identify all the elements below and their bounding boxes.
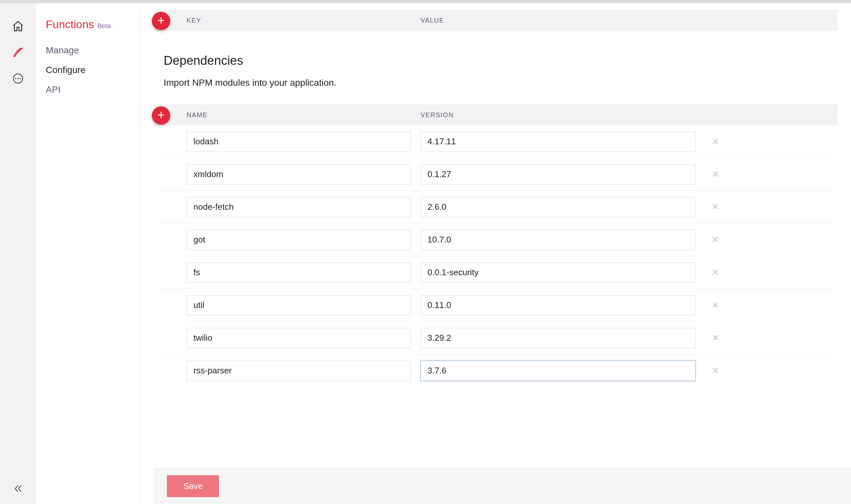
dependencies-description: Import NPM modules into your application… — [164, 77, 838, 88]
main-content: + KEY VALUE Dependencies Import NPM modu… — [141, 3, 851, 504]
dependency-name-input[interactable] — [186, 131, 411, 152]
remove-dependency-button[interactable]: ✕ — [711, 365, 719, 376]
add-env-var-button[interactable]: + — [152, 12, 170, 30]
dependency-name-input[interactable] — [186, 230, 411, 250]
svg-point-1 — [15, 78, 16, 79]
sidebar-item-api[interactable]: API — [36, 80, 140, 100]
dependency-row: ✕ — [154, 256, 838, 289]
dependency-name-input[interactable] — [186, 328, 411, 348]
env-vars-header: KEY VALUE — [154, 10, 838, 31]
sidebar-title-text: Functions — [46, 18, 94, 31]
remove-dependency-button[interactable]: ✕ — [711, 300, 719, 310]
ellipsis-circle-icon — [13, 73, 23, 84]
env-col-value: VALUE — [421, 17, 799, 24]
remove-dependency-button[interactable]: ✕ — [711, 332, 719, 343]
dep-col-name: NAME — [154, 111, 421, 119]
dependencies-title: Dependencies — [164, 54, 838, 68]
dep-col-version: VERSION — [421, 111, 799, 119]
dependency-version-input[interactable] — [421, 230, 695, 250]
save-button[interactable]: Save — [167, 475, 219, 497]
dependency-row: ✕ — [154, 322, 838, 355]
chevron-double-left-icon — [13, 483, 23, 494]
remove-dependency-button[interactable]: ✕ — [711, 169, 719, 180]
dependencies-header: NAME VERSION — [154, 104, 838, 125]
add-dependency-button[interactable]: + — [152, 106, 170, 125]
svg-point-2 — [17, 78, 19, 79]
sidebar-item-manage[interactable]: Manage — [36, 40, 140, 60]
sidebar-item-configure[interactable]: Configure — [36, 60, 140, 80]
sidebar-title: Functions Beta — [36, 18, 140, 40]
dependency-name-input[interactable] — [186, 361, 411, 381]
svg-point-3 — [20, 78, 21, 79]
sidebar-item-label: Manage — [46, 45, 79, 55]
dependency-name-input[interactable] — [186, 164, 411, 184]
dependency-row: ✕ — [154, 289, 838, 322]
dependency-version-input[interactable] — [421, 197, 695, 217]
dependency-version-input[interactable] — [421, 131, 695, 152]
dependency-row: ✕ — [154, 223, 838, 256]
feather-icon — [12, 46, 24, 58]
dependency-row: ✕ — [154, 191, 838, 223]
sidebar: Functions Beta ManageConfigureAPI — [36, 3, 141, 504]
icon-rail — [0, 3, 36, 504]
rail-home[interactable] — [0, 13, 36, 39]
remove-dependency-button[interactable]: ✕ — [711, 136, 719, 147]
dependency-row: ✕ — [154, 125, 838, 158]
dependency-name-input[interactable] — [186, 197, 411, 217]
dependency-version-input[interactable] — [421, 328, 695, 348]
dependency-name-input[interactable] — [186, 263, 411, 283]
dependency-version-input[interactable] — [421, 263, 695, 283]
sidebar-item-label: Configure — [46, 65, 86, 75]
plus-icon: + — [158, 109, 165, 121]
env-col-key: KEY — [154, 17, 421, 24]
remove-dependency-button[interactable]: ✕ — [711, 234, 719, 245]
footer-bar: Save — [154, 468, 851, 504]
dependency-row: ✕ — [154, 355, 838, 387]
plus-icon: + — [158, 14, 165, 26]
dependency-row: ✕ — [154, 158, 838, 191]
home-icon — [12, 20, 24, 32]
rail-collapse[interactable] — [0, 483, 36, 494]
rail-functions[interactable] — [0, 39, 36, 66]
sidebar-badge: Beta — [97, 22, 111, 30]
remove-dependency-button[interactable]: ✕ — [711, 267, 719, 278]
dependency-name-input[interactable] — [186, 295, 411, 316]
rail-more[interactable] — [0, 66, 36, 92]
dependency-version-input[interactable] — [421, 361, 695, 381]
dependency-version-input[interactable] — [421, 295, 695, 316]
remove-dependency-button[interactable]: ✕ — [711, 202, 719, 212]
sidebar-item-label: API — [46, 85, 60, 94]
dependency-version-input[interactable] — [421, 164, 695, 184]
